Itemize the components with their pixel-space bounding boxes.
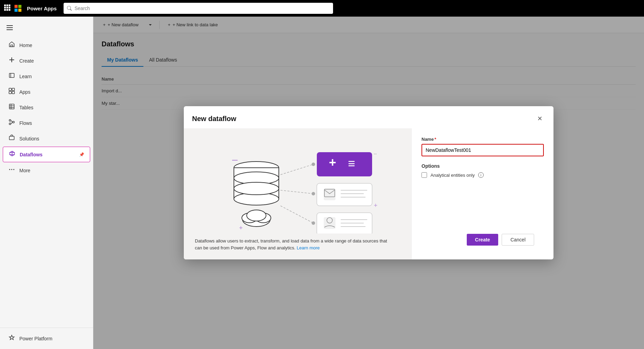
create-icon bbox=[8, 57, 15, 65]
svg-point-27 bbox=[9, 123, 11, 125]
svg-text:+: + bbox=[329, 155, 336, 169]
create-label: Create bbox=[475, 237, 490, 242]
svg-rect-18 bbox=[12, 88, 15, 91]
options-label: Options bbox=[422, 163, 544, 169]
modal-description: Dataflows allow users to extract, transf… bbox=[195, 238, 395, 251]
sidebar-item-label: Home bbox=[19, 43, 32, 48]
svg-rect-4 bbox=[7, 7, 8, 8]
svg-rect-10 bbox=[7, 27, 13, 28]
sidebar-item-flows[interactable]: Flows bbox=[3, 116, 90, 130]
svg-text:╌: ╌ bbox=[374, 151, 377, 157]
sidebar-item-create[interactable]: Create bbox=[3, 53, 90, 68]
svg-point-36 bbox=[11, 169, 12, 170]
svg-point-46 bbox=[247, 210, 266, 221]
svg-rect-6 bbox=[4, 9, 6, 11]
sidebar: Home Create Learn bbox=[0, 17, 93, 349]
microsoft-logo bbox=[15, 5, 21, 12]
svg-rect-2 bbox=[9, 4, 10, 6]
sidebar-item-label: Create bbox=[19, 58, 34, 64]
sidebar-item-dataflows[interactable]: Dataflows 📌 bbox=[3, 147, 90, 162]
modal-form-panel: Name* Options Analytical entities only i… bbox=[412, 128, 553, 259]
cancel-label: Cancel bbox=[510, 237, 525, 242]
svg-line-49 bbox=[281, 190, 313, 194]
svg-rect-9 bbox=[7, 25, 13, 26]
svg-rect-7 bbox=[7, 9, 8, 11]
svg-text:─: ─ bbox=[232, 156, 238, 164]
apps-icon bbox=[8, 88, 15, 96]
svg-point-37 bbox=[13, 169, 15, 170]
topbar: Power Apps bbox=[0, 0, 644, 17]
analytical-entities-label: Analytical entities only bbox=[430, 173, 475, 178]
svg-rect-20 bbox=[12, 91, 15, 94]
sidebar-item-apps[interactable]: Apps bbox=[3, 84, 90, 99]
info-icon[interactable]: i bbox=[478, 172, 484, 178]
sidebar-item-power-platform[interactable]: Power Platform bbox=[3, 331, 90, 346]
main-layout: Home Create Learn bbox=[0, 17, 644, 349]
modal-illustration-panel: + ≡ bbox=[184, 128, 412, 259]
learn-icon bbox=[8, 72, 15, 80]
svg-line-51 bbox=[281, 206, 313, 223]
sidebar-item-label: Dataflows bbox=[20, 152, 42, 157]
dataflow-illustration: + ≡ bbox=[195, 137, 401, 238]
svg-point-26 bbox=[13, 121, 15, 123]
more-icon bbox=[8, 166, 15, 174]
svg-rect-8 bbox=[9, 9, 10, 11]
sidebar-item-label: Flows bbox=[19, 120, 32, 126]
dataflow-name-input[interactable] bbox=[422, 144, 544, 156]
sidebar-item-label: Learn bbox=[19, 74, 32, 79]
modal-header: New dataflow ✕ bbox=[184, 106, 553, 128]
pin-icon: 📌 bbox=[79, 152, 84, 157]
svg-text:+: + bbox=[239, 224, 243, 231]
sidebar-item-tables[interactable]: Tables bbox=[3, 100, 90, 115]
svg-rect-57 bbox=[324, 189, 335, 200]
home-icon bbox=[8, 41, 15, 49]
sidebar-item-label: Solutions bbox=[19, 136, 39, 141]
svg-point-35 bbox=[9, 169, 10, 170]
new-dataflow-modal: New dataflow ✕ bbox=[184, 106, 553, 259]
learn-more-link[interactable]: Learn more bbox=[297, 245, 320, 250]
sidebar-item-learn[interactable]: Learn bbox=[3, 69, 90, 84]
svg-point-50 bbox=[312, 192, 315, 195]
description-text: Dataflows allow users to extract, transf… bbox=[195, 238, 387, 250]
modal-close-button[interactable]: ✕ bbox=[534, 113, 545, 124]
svg-line-29 bbox=[11, 122, 13, 123]
sidebar-item-solutions[interactable]: Solutions bbox=[3, 131, 90, 146]
svg-rect-12 bbox=[11, 45, 13, 47]
svg-rect-21 bbox=[9, 104, 14, 109]
svg-rect-15 bbox=[9, 73, 14, 77]
tables-icon bbox=[8, 103, 15, 111]
search-input[interactable] bbox=[75, 6, 330, 11]
sidebar-item-label: Apps bbox=[19, 89, 30, 95]
modal-footer: Create Cancel bbox=[422, 228, 544, 251]
create-button[interactable]: Create bbox=[467, 234, 499, 246]
content-area: + + New dataflow + + New link to data la… bbox=[93, 17, 644, 349]
svg-line-47 bbox=[281, 164, 313, 175]
flows-icon bbox=[8, 119, 15, 127]
waffle-icon[interactable] bbox=[4, 4, 10, 12]
svg-rect-11 bbox=[7, 29, 13, 30]
sidebar-item-more[interactable]: More bbox=[3, 163, 90, 178]
svg-rect-53 bbox=[317, 152, 372, 176]
modal-overlay: New dataflow ✕ bbox=[93, 17, 644, 349]
sidebar-item-label: Power Platform bbox=[19, 336, 53, 341]
svg-rect-30 bbox=[9, 136, 14, 140]
svg-rect-19 bbox=[9, 91, 11, 94]
svg-point-25 bbox=[9, 120, 11, 121]
search-icon bbox=[67, 6, 72, 11]
search-bar[interactable] bbox=[64, 3, 333, 14]
menu-button[interactable] bbox=[3, 21, 17, 35]
name-field-label: Name* bbox=[422, 137, 544, 142]
sidebar-item-home[interactable]: Home bbox=[3, 38, 90, 53]
modal-body: + ≡ bbox=[184, 128, 553, 259]
svg-rect-17 bbox=[9, 88, 11, 91]
cancel-button[interactable]: Cancel bbox=[502, 234, 534, 246]
svg-rect-5 bbox=[9, 7, 10, 8]
svg-point-48 bbox=[312, 163, 315, 166]
app-name: Power Apps bbox=[27, 6, 57, 11]
sidebar-bottom: Power Platform bbox=[0, 328, 93, 346]
svg-line-28 bbox=[11, 121, 13, 122]
svg-rect-3 bbox=[4, 7, 6, 8]
modal-title: New dataflow bbox=[192, 115, 236, 123]
analytical-entities-checkbox[interactable] bbox=[422, 172, 427, 178]
power-platform-icon bbox=[8, 334, 15, 342]
